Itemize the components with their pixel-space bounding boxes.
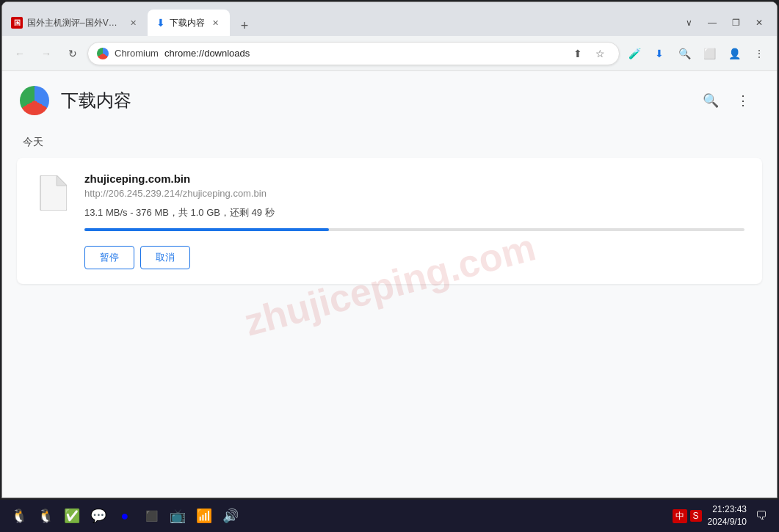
tab-bar: 国 国外主机测评–国外VPS、国... ✕ ⬇ 下载内容 ✕ + ∨ — ❐ ✕ (2, 2, 777, 36)
tab1-close[interactable]: ✕ (127, 17, 139, 29)
tab-downloads[interactable]: ⬇ 下载内容 ✕ (148, 10, 230, 36)
pause-button[interactable]: 暂停 (84, 246, 134, 269)
new-tab-button[interactable]: + (234, 15, 255, 36)
taskbar-sys: 中 S (673, 509, 702, 523)
taskbar-clock[interactable]: 21:23:43 2024/9/10 (708, 503, 747, 528)
taskbar-icon-1[interactable]: 🐧 (9, 506, 29, 526)
taskbar-icon-4[interactable]: 💬 (88, 506, 109, 526)
action-buttons: 暂停 取消 (84, 246, 744, 269)
omnibox[interactable]: Chromium chrome://downloads ⬆ ☆ (87, 42, 620, 65)
bookmark-icon[interactable]: ☆ (590, 43, 610, 64)
split-button[interactable]: ⬜ (698, 42, 721, 65)
tab2-title: 下载内容 (170, 17, 205, 29)
page-title: 下载内容 (61, 89, 698, 112)
taskbar-icon-5[interactable]: ● (115, 506, 135, 526)
progress-bar-fill (84, 228, 329, 231)
toolbar-right: 🧪 ⬇ 🔍 ⬜ 👤 ⋮ (623, 42, 771, 65)
cancel-button[interactable]: 取消 (140, 246, 190, 269)
file-svg-icon (37, 175, 67, 211)
labs-button[interactable]: 🧪 (623, 42, 646, 65)
taskbar-notify-icon[interactable]: 🗨 (753, 507, 770, 525)
tab1-favicon: 国 (11, 17, 23, 29)
header-actions: 🔍 ⋮ (698, 87, 756, 114)
downloads-header: 下载内容 🔍 ⋮ (2, 71, 777, 130)
section-date: 今天 (2, 130, 777, 158)
minimize-button[interactable]: — (700, 12, 724, 33)
header-search-icon[interactable]: 🔍 (698, 87, 724, 114)
refresh-button[interactable]: ↻ (61, 42, 84, 65)
browser-brand: Chromium (115, 48, 159, 59)
file-url: http://206.245.239.214/zhujiceping.com.b… (84, 188, 744, 199)
taskbar-icon-7[interactable]: 📺 (167, 506, 188, 526)
taskbar: 🐧 🐧 ✅ 💬 ● ⬛ 📺 📶 🔊 中 S 21:23:43 2024/9/10… (0, 500, 779, 532)
close-button[interactable]: ✕ (747, 12, 771, 33)
clock-time: 21:23:43 (712, 503, 747, 516)
ime-extra[interactable]: S (690, 510, 702, 522)
taskbar-icon-2[interactable]: 🐧 (35, 506, 56, 526)
progress-text: 13.1 MB/s - 376 MB，共 1.0 GB，还剩 49 秒 (84, 206, 744, 219)
back-button[interactable]: ← (8, 42, 32, 65)
window-controls: ∨ — ❐ ✕ (677, 12, 777, 36)
tab1-title: 国外主机测评–国外VPS、国... (27, 17, 123, 29)
downloads-page-icon (20, 86, 49, 115)
forward-button[interactable]: → (35, 42, 58, 65)
header-menu-icon[interactable]: ⋮ (730, 87, 756, 114)
file-name: zhujiceping.com.bin (84, 172, 744, 185)
clock-date: 2024/9/10 (708, 516, 747, 528)
profile-button[interactable]: 👤 (722, 42, 746, 65)
download-card: zhujiceping.com.bin http://206.245.239.2… (17, 158, 762, 284)
omnibox-actions: ⬆ ☆ (568, 43, 610, 64)
taskbar-icon-6[interactable]: ⬛ (141, 506, 162, 526)
menu-button[interactable]: ⋮ (747, 42, 771, 65)
input-method-indicator[interactable]: 中 (673, 509, 687, 523)
chromium-logo-icon (97, 48, 109, 59)
tab2-download-icon: ⬇ (156, 17, 165, 29)
url-display: chrome://downloads (164, 48, 562, 59)
tab-inactive[interactable]: 国 国外主机测评–国外VPS、国... ✕ (2, 10, 148, 36)
download-info: zhujiceping.com.bin http://206.245.239.2… (84, 172, 744, 269)
taskbar-icon-3[interactable]: ✅ (62, 506, 82, 526)
share-icon[interactable]: ⬆ (568, 43, 588, 64)
taskbar-icon-8[interactable]: 📶 (194, 506, 214, 526)
file-icon (35, 172, 70, 214)
taskbar-icon-9[interactable]: 🔊 (220, 506, 241, 526)
address-bar: ← → ↻ Chromium chrome://downloads ⬆ ☆ 🧪 … (2, 36, 777, 71)
progress-bar-track (84, 228, 744, 231)
search-button[interactable]: 🔍 (673, 42, 696, 65)
restore-button[interactable]: ❐ (724, 12, 747, 33)
chevron-button[interactable]: ∨ (677, 12, 700, 33)
page-content: 下载内容 🔍 ⋮ zhujiceping.com 今天 (2, 71, 777, 498)
download-button[interactable]: ⬇ (648, 42, 671, 65)
tab2-close[interactable]: ✕ (209, 17, 221, 29)
